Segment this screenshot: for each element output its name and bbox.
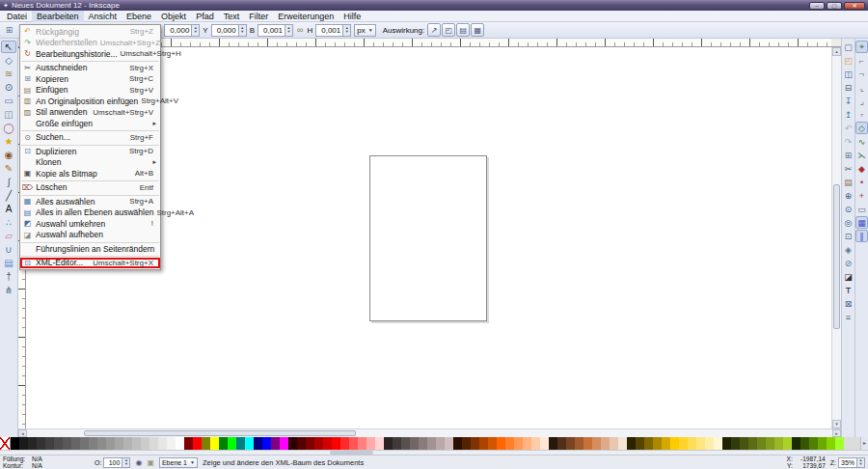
pencil-tool[interactable]: ✎ <box>1 162 16 175</box>
color-swatch[interactable] <box>158 437 167 450</box>
menu-text[interactable]: Text <box>219 11 245 22</box>
spinner-arrows-icon[interactable]: ▲▼ <box>285 25 292 36</box>
star-tool[interactable]: ★ <box>1 135 16 148</box>
color-swatch[interactable] <box>653 437 662 450</box>
color-swatch[interactable] <box>601 437 610 450</box>
color-swatch[interactable] <box>149 437 158 450</box>
snap-bbox-midpoints-toggle[interactable]: ⌟ <box>855 95 868 107</box>
color-swatch[interactable] <box>809 437 818 450</box>
color-swatch[interactable] <box>479 437 488 450</box>
redo-button[interactable]: ↷ <box>842 135 854 148</box>
menu-item-find[interactable]: ⊙ Suchen... Strg+F <box>20 132 160 144</box>
zoom-drawing-button[interactable]: ⊙ <box>842 203 854 215</box>
menu-item-cut[interactable]: ✂ Ausschneiden Strg+X <box>20 63 160 74</box>
layer-select[interactable]: Ebene 1 ▼ <box>159 457 198 468</box>
menu-erweiterungen[interactable]: Erweiterungen <box>273 11 339 22</box>
color-swatch[interactable] <box>427 437 436 450</box>
unit-select[interactable]: px▼ <box>354 24 375 37</box>
color-swatch[interactable] <box>766 437 774 450</box>
spinner-arrows-icon[interactable]: ▲▼ <box>342 25 350 36</box>
minimize-button[interactable]: – <box>809 2 825 10</box>
maximize-button[interactable]: ▢ <box>827 2 842 10</box>
color-swatch[interactable] <box>575 437 583 450</box>
snap-bbox-centers-toggle[interactable]: ▫ <box>855 108 868 121</box>
snap-bbox-toggle[interactable]: ⌐ <box>855 54 868 67</box>
color-swatch[interactable] <box>827 437 835 450</box>
cut-button[interactable]: ✂ <box>842 162 854 175</box>
color-swatch[interactable] <box>757 437 766 450</box>
color-swatch[interactable] <box>141 437 149 450</box>
color-swatch[interactable] <box>748 437 757 450</box>
snap-grid-toggle[interactable]: ▦ <box>855 216 868 229</box>
color-swatch[interactable] <box>288 437 297 450</box>
color-swatch[interactable] <box>323 437 332 450</box>
color-swatch[interactable] <box>280 437 288 450</box>
clone-button[interactable]: ◈ <box>842 243 854 256</box>
color-swatch[interactable] <box>115 437 123 450</box>
color-swatch[interactable] <box>471 437 479 450</box>
menu-item-undo-history[interactable]: ↻ Bearbeitungshistorie... Umschalt+Strg+… <box>20 48 160 60</box>
color-swatch[interactable] <box>45 437 54 450</box>
calligraphy-tool[interactable]: ╱ <box>1 189 16 202</box>
scale-corners-toggle[interactable]: ◰ <box>442 23 455 37</box>
tweak-tool[interactable]: ≋ <box>1 68 16 80</box>
menu-datei[interactable]: Datei <box>2 11 32 22</box>
move-patterns-toggle[interactable]: ▦ <box>471 23 484 37</box>
gradient-tool[interactable]: ▤ <box>1 257 16 269</box>
menu-filter[interactable]: Filter <box>244 11 273 22</box>
lock-ratio-icon[interactable]: ∞ <box>297 25 303 35</box>
color-swatch[interactable] <box>566 437 575 450</box>
menu-item-select-all-layers[interactable]: ▤ Alles in allen Ebenen auswählen Strg+A… <box>20 207 160 219</box>
spinner-arrows-icon[interactable]: ▲▼ <box>191 25 199 36</box>
color-swatch[interactable] <box>89 437 97 450</box>
color-swatch[interactable] <box>618 437 627 450</box>
no-color-swatch[interactable] <box>0 437 11 450</box>
color-swatch[interactable] <box>306 437 314 450</box>
color-swatch[interactable] <box>297 437 306 450</box>
paint-bucket-tool[interactable]: ∪ <box>1 243 16 256</box>
color-swatch[interactable] <box>453 437 462 450</box>
color-swatch[interactable] <box>583 437 592 450</box>
menu-ansicht[interactable]: Ansicht <box>84 11 122 22</box>
color-swatch[interactable] <box>488 437 497 450</box>
color-swatch[interactable] <box>106 437 115 450</box>
color-swatch[interactable] <box>262 437 271 450</box>
horizontal-scroll-thumb[interactable] <box>84 430 355 436</box>
spinner-arrows-icon[interactable]: ▲▼ <box>122 458 129 467</box>
color-swatch[interactable] <box>696 437 705 450</box>
height-field[interactable]: 0,001▲▼ <box>315 24 351 37</box>
spinner-arrows-icon[interactable]: ▲▼ <box>856 458 864 467</box>
scroll-up-icon[interactable]: ▴ <box>832 47 841 56</box>
zoom-field[interactable]: 35%▲▼ <box>838 457 865 468</box>
color-swatch[interactable] <box>167 437 176 450</box>
select-all-button[interactable]: ⊞ <box>3 24 15 37</box>
close-button[interactable]: ✕ <box>844 2 865 10</box>
zoom-page-button[interactable]: ◎ <box>842 216 854 229</box>
selector-tool[interactable]: ↖ <box>1 41 16 53</box>
snap-cusp-nodes-toggle[interactable]: ◆ <box>855 162 868 175</box>
palette-scroll-thumb[interactable] <box>330 451 373 455</box>
palette-scroll-right-icon[interactable]: ▸ <box>860 437 868 450</box>
color-swatch[interactable] <box>54 437 63 450</box>
color-swatch[interactable] <box>462 437 471 450</box>
color-swatch[interactable] <box>540 437 549 450</box>
color-swatch[interactable] <box>401 437 410 450</box>
menu-item-paste[interactable]: ▤ Einfügen Strg+V <box>20 85 160 97</box>
color-swatch[interactable] <box>774 437 783 450</box>
menu-item-select-all[interactable]: ▦ Alles auswählen Strg+A <box>20 196 160 207</box>
color-swatch[interactable] <box>28 437 37 450</box>
color-swatch[interactable] <box>523 437 531 450</box>
scroll-right-icon[interactable]: ▸ <box>832 429 841 437</box>
color-swatch[interactable] <box>349 437 358 450</box>
color-swatch[interactable] <box>792 437 800 450</box>
move-gradients-toggle[interactable]: ▤ <box>456 23 470 37</box>
menu-hilfe[interactable]: Hilfe <box>339 11 366 22</box>
color-swatch[interactable] <box>636 437 644 450</box>
connector-tool[interactable]: ⋔ <box>1 284 16 296</box>
scroll-left-icon[interactable]: ◂ <box>18 429 27 437</box>
color-swatch[interactable] <box>254 437 262 450</box>
color-swatch[interactable] <box>358 437 366 450</box>
color-swatch[interactable] <box>722 437 731 450</box>
menu-item-paste-style[interactable]: ▨ Stil anwenden Umschalt+Strg+V <box>20 107 160 119</box>
snap-centers-toggle[interactable]: + <box>855 189 868 202</box>
